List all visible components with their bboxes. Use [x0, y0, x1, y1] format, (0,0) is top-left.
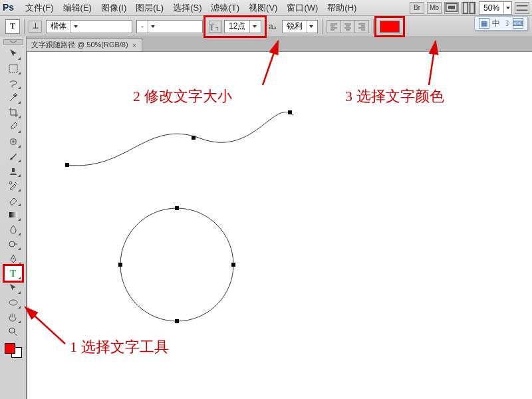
- document-tab[interactable]: 文字跟随路径 @ 50%(RGB/8) ×: [25, 38, 142, 51]
- svg-text:T: T: [209, 23, 215, 33]
- zoom-tool[interactable]: [5, 325, 22, 339]
- menu-select[interactable]: 选择(S): [170, 1, 204, 15]
- ime-keyboard-icon[interactable]: ⌨: [513, 18, 523, 29]
- arrange-button[interactable]: [462, 2, 476, 14]
- history-brush-tool[interactable]: [5, 178, 22, 193]
- text-orientation-toggle[interactable]: 丄: [29, 21, 42, 33]
- marquee-tool[interactable]: [5, 61, 22, 76]
- antialias-dropdown[interactable]: 锐利: [282, 20, 318, 33]
- menu-bar: Ps 文件(F) 编辑(E) 图像(I) 图层(L) 选择(S) 滤镜(T) 视…: [0, 0, 532, 16]
- svg-rect-6: [9, 65, 17, 72]
- tab-close-button[interactable]: ×: [132, 41, 136, 49]
- separator: [322, 19, 323, 34]
- options-bar: T 丄 楷体 - TT 12点 aₐ 锐利: [0, 16, 532, 37]
- zoom-value: 50%: [479, 3, 503, 13]
- separator: [373, 19, 374, 34]
- path-selection-tool[interactable]: [5, 281, 22, 295]
- svg-rect-15: [65, 163, 69, 167]
- color-swatches[interactable]: [3, 342, 23, 359]
- svg-rect-3: [470, 2, 475, 13]
- hand-tool[interactable]: [5, 310, 22, 325]
- svg-rect-9: [9, 212, 17, 217]
- ime-moon-icon[interactable]: ☽: [503, 19, 510, 28]
- align-left-button[interactable]: [327, 20, 341, 33]
- bridge-button[interactable]: Br: [410, 2, 424, 14]
- crop-tool[interactable]: [5, 105, 22, 120]
- zoom-dropdown[interactable]: 50%: [479, 1, 512, 15]
- extras-icon: [515, 1, 529, 15]
- svg-rect-20: [175, 319, 179, 323]
- svg-point-13: [9, 300, 17, 305]
- font-size-dropdown[interactable]: 12点: [224, 20, 261, 33]
- panel-collapse-handle[interactable]: [3, 39, 23, 45]
- brush-tool[interactable]: [5, 149, 22, 164]
- menu-view[interactable]: 视图(V): [246, 1, 280, 15]
- minibridge-button[interactable]: Mb: [427, 2, 442, 14]
- align-center-button[interactable]: [340, 20, 355, 33]
- chevron-down-icon: [249, 21, 259, 33]
- gradient-tool[interactable]: [5, 207, 22, 222]
- text-color-swatch[interactable]: [380, 21, 400, 33]
- menu-filter[interactable]: 滤镜(T): [208, 1, 242, 15]
- blur-tool[interactable]: [5, 222, 22, 237]
- menu-window[interactable]: 窗口(W): [284, 1, 321, 15]
- font-style-dropdown[interactable]: -: [136, 20, 203, 33]
- screen-mode-icon: [445, 1, 458, 15]
- tools-panel: T: [0, 37, 27, 399]
- svg-point-10: [9, 241, 15, 247]
- menu-edit[interactable]: 编辑(E): [61, 1, 94, 15]
- separator: [24, 19, 25, 34]
- svg-rect-1: [448, 5, 455, 9]
- pen-tool[interactable]: [5, 251, 22, 266]
- menu-image[interactable]: 图像(I): [98, 1, 129, 15]
- ime-logo-icon: ▦: [479, 18, 489, 29]
- font-family-dropdown[interactable]: 楷体: [46, 20, 132, 33]
- menu-file[interactable]: 文件(F): [23, 1, 57, 15]
- clone-stamp-tool[interactable]: [5, 164, 22, 178]
- lasso-tool[interactable]: [5, 76, 22, 90]
- healing-brush-tool[interactable]: [5, 134, 22, 149]
- dodge-tool[interactable]: [5, 237, 22, 251]
- font-size-value: 12点: [225, 21, 249, 32]
- svg-rect-17: [288, 110, 292, 114]
- antialias-label: aₐ: [267, 22, 278, 31]
- app-logo: Ps: [3, 2, 19, 14]
- align-right-button[interactable]: [354, 20, 369, 33]
- active-tool-indicator[interactable]: T: [5, 19, 20, 34]
- font-style-value: -: [137, 22, 148, 31]
- magic-wand-tool[interactable]: [5, 90, 22, 105]
- arrange-icon: [462, 1, 475, 15]
- screen-mode-button[interactable]: [444, 2, 459, 14]
- svg-point-11: [13, 258, 14, 259]
- move-tool[interactable]: [5, 47, 22, 61]
- svg-rect-19: [175, 206, 179, 210]
- chevron-down-icon: [70, 21, 80, 33]
- eraser-tool[interactable]: [5, 193, 22, 207]
- font-family-value: 楷体: [47, 21, 70, 32]
- ime-mode-label[interactable]: 中: [492, 18, 500, 29]
- document-tab-bar: 文字跟随路径 @ 50%(RGB/8) ×: [0, 37, 532, 52]
- document-tab-title: 文字跟随路径 @ 50%(RGB/8): [31, 40, 128, 50]
- antialias-value: 锐利: [283, 21, 307, 32]
- text-align-group: [327, 20, 369, 33]
- svg-point-18: [120, 208, 233, 321]
- menu-layer[interactable]: 图层(L): [133, 1, 166, 15]
- chevron-down-icon: [307, 21, 316, 33]
- annotation-highlight-color: [378, 19, 402, 34]
- eyedropper-tool[interactable]: [5, 120, 22, 134]
- document-canvas: [27, 52, 532, 398]
- menubar-right-group: Br Mb 50%: [410, 1, 532, 15]
- canvas-area[interactable]: [27, 52, 532, 399]
- font-size-icon: TT: [209, 21, 221, 33]
- ime-toolbar[interactable]: ▦ 中 ☽ ⌨: [474, 16, 528, 31]
- font-size-icon-button[interactable]: TT: [209, 21, 222, 33]
- svg-text:T: T: [10, 269, 17, 279]
- shape-tool[interactable]: [5, 295, 22, 310]
- foreground-color[interactable]: [5, 343, 15, 354]
- type-tool[interactable]: T: [5, 266, 22, 281]
- extras-button[interactable]: [515, 2, 529, 14]
- svg-text:T: T: [215, 26, 219, 32]
- chevron-down-icon: [503, 2, 511, 14]
- menu-help[interactable]: 帮助(H): [325, 1, 359, 15]
- svg-rect-21: [118, 263, 122, 267]
